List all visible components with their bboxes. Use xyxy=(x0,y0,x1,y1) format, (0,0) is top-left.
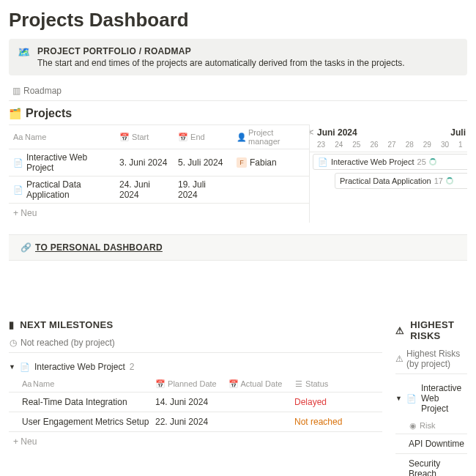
new-label: Neu xyxy=(21,436,37,447)
callout-subtitle: The start and end times of the projects … xyxy=(37,58,405,68)
day: 27 xyxy=(388,141,396,149)
timeline[interactable]: ≪ Juni 2024 Juli 23 24 25 26 27 28 29 30… xyxy=(309,124,467,223)
collapse-icon[interactable]: ≪ xyxy=(309,127,314,137)
avatar: F xyxy=(237,157,247,168)
view-tabs: ▥Roadmap xyxy=(9,84,467,101)
bar-name: Interactive Web Project xyxy=(331,157,414,166)
cell-end: 5. Juli 2024 xyxy=(174,155,232,171)
risks-view-tab[interactable]: ⚠Highest Risks (by project) xyxy=(395,349,467,374)
cell-name: Real-Time Data Integration xyxy=(9,397,155,407)
page-icon: 📄 xyxy=(13,185,23,195)
cell-start: 3. Juni 2024 xyxy=(115,155,174,171)
calendar-icon: 📅 xyxy=(155,379,166,388)
timeline-bar[interactable]: Practical Data Application 17 xyxy=(335,173,467,189)
risks-table: ◉ Risk API Downtime Security Breach xyxy=(395,418,467,476)
roadmap-icon: 🗺️ xyxy=(18,47,30,68)
milestone-icon: ▮ xyxy=(9,319,14,330)
cell-status: Not reached xyxy=(294,417,382,427)
cell-actual xyxy=(228,397,294,407)
clock-icon: ◷ xyxy=(9,338,18,348)
tab-roadmap[interactable]: ▥Roadmap xyxy=(9,84,64,97)
view-label: Highest Risks (by project) xyxy=(406,349,467,369)
day: 25 xyxy=(352,141,360,149)
callout-title: PROJECT PORTFOLIO / ROADMAP xyxy=(37,46,405,56)
page-title: Projects Dashboard xyxy=(9,9,467,31)
tab-label: Roadmap xyxy=(23,86,62,96)
page-icon: 📄 xyxy=(318,157,328,167)
timeline-days: 23 24 25 26 27 28 29 30 1 xyxy=(310,139,467,152)
timeline-month-next: Juli xyxy=(450,127,466,138)
day: 28 xyxy=(406,141,414,149)
day: 1 xyxy=(458,141,463,149)
chevron-down-icon: ▼ xyxy=(9,363,15,371)
link-text[interactable]: TO PERSONAL DASHBOARD xyxy=(35,242,163,253)
col-start: Start xyxy=(132,133,149,141)
text-icon: Aa xyxy=(22,379,31,388)
timeline-bar[interactable]: 📄 Interactive Web Project 25 xyxy=(313,154,467,170)
table-row[interactable]: Real-Time Data Integration 14. Juni 2024… xyxy=(9,393,382,412)
progress-ring-icon xyxy=(446,177,453,185)
day: 23 xyxy=(317,141,325,149)
cell-name: Practical Data Application xyxy=(26,179,111,200)
calendar-icon: 📅 xyxy=(228,379,239,388)
col-actual: Actual Date xyxy=(240,379,282,388)
day: 24 xyxy=(335,141,343,149)
projects-icon: 🗂️ xyxy=(9,108,21,119)
portfolio-callout: 🗺️ PROJECT PORTFOLIO / ROADMAP The start… xyxy=(9,39,467,75)
group-name: Interactive Web Project xyxy=(421,383,467,414)
col-pm: Project manager xyxy=(248,128,305,146)
cell-start: 24. Juni 2024 xyxy=(115,176,174,203)
risk-icon: ◉ xyxy=(409,421,417,431)
bar-count: 17 xyxy=(434,176,443,185)
cell-planned: 14. Juni 2024 xyxy=(155,397,228,407)
chevron-down-icon: ▼ xyxy=(395,395,402,402)
page-icon: 📄 xyxy=(20,362,30,372)
view-label: Not reached (by project) xyxy=(21,338,115,348)
col-name: Name xyxy=(25,133,46,141)
progress-ring-icon xyxy=(429,158,436,166)
calendar-icon: 📅 xyxy=(119,133,130,141)
person-icon: 👤 xyxy=(237,133,245,142)
col-risk: Risk xyxy=(420,421,435,430)
milestones-view-tab[interactable]: ◷Not reached (by project) xyxy=(9,338,382,353)
new-label: Neu xyxy=(21,208,37,218)
projects-heading: Projects xyxy=(26,107,72,120)
new-row-button[interactable]: + Neu xyxy=(9,432,382,451)
col-planned: Planned Date xyxy=(168,379,217,388)
new-row-button[interactable]: + Neu xyxy=(9,204,309,223)
milestones-table: Aa Name 📅 Planned Date 📅 Actual Date ☰ S… xyxy=(9,376,382,432)
table-row[interactable]: 📄Practical Data Application 24. Juni 202… xyxy=(9,176,309,204)
col-end: End xyxy=(190,133,205,141)
table-row[interactable]: 📄Interactive Web Project 3. Juni 2024 5.… xyxy=(9,149,309,176)
warning-icon: ⚠ xyxy=(395,325,404,336)
cell-planned: 22. Juni 2024 xyxy=(155,417,228,427)
cell-end: 19. Juli 2024 xyxy=(174,176,232,203)
group-count: 2 xyxy=(130,362,135,372)
bar-name: Practical Data Application xyxy=(340,176,431,185)
cell-actual xyxy=(228,417,294,427)
table-row[interactable]: User Engagement Metrics Setup 22. Juni 2… xyxy=(9,412,382,432)
col-status: Status xyxy=(305,379,328,388)
timeline-icon: ▥ xyxy=(12,86,21,96)
cell-pm: Fabian xyxy=(250,157,277,168)
day: 30 xyxy=(441,141,449,149)
warning-icon: ⚠ xyxy=(395,354,404,364)
day: 29 xyxy=(423,141,431,149)
cell-status: Delayed xyxy=(294,397,382,407)
text-icon: Aa xyxy=(13,133,22,141)
page-icon: 📄 xyxy=(406,394,417,404)
calendar-icon: 📅 xyxy=(178,133,188,141)
col-name: Name xyxy=(33,379,54,388)
status-icon: ☰ xyxy=(294,379,303,389)
link-icon: 🔗 xyxy=(21,242,29,253)
table-row[interactable]: Security Breach xyxy=(395,454,467,476)
group-toggle[interactable]: ▼ 📄 Interactive Web Project 2 xyxy=(9,357,382,376)
group-toggle[interactable]: ▼ 📄 Interactive Web Project xyxy=(395,379,467,418)
page-icon: 📄 xyxy=(13,158,23,168)
personal-dashboard-link[interactable]: 🔗 TO PERSONAL DASHBOARD xyxy=(9,234,467,261)
bar-count: 25 xyxy=(417,157,426,166)
cell-name: User Engagement Metrics Setup xyxy=(9,417,155,427)
group-name: Interactive Web Project xyxy=(34,362,125,372)
risks-heading: HIGHEST RISKS xyxy=(410,319,467,341)
table-row[interactable]: API Downtime xyxy=(395,434,467,454)
